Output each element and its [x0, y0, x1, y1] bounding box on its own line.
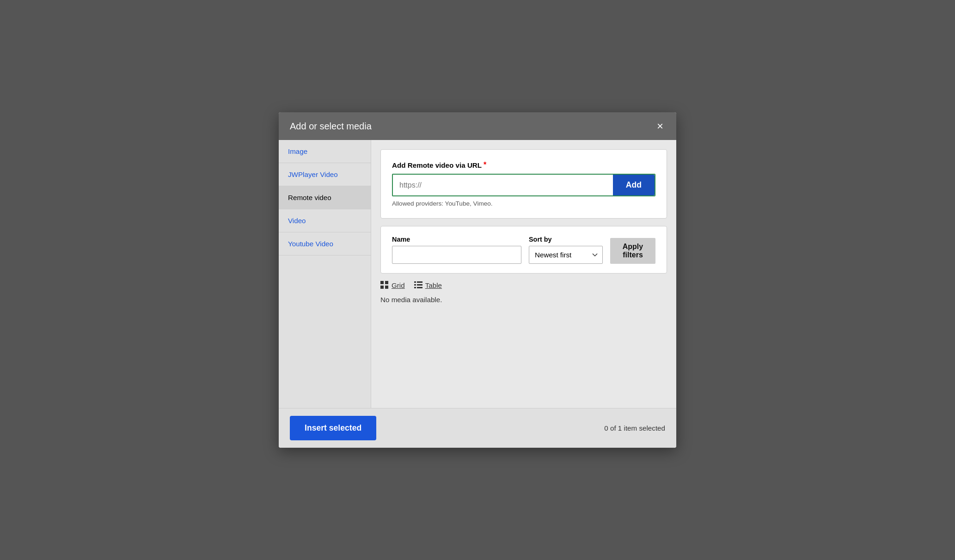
required-indicator: *: [484, 161, 486, 169]
insert-selected-button[interactable]: Insert selected: [290, 416, 376, 440]
svg-rect-7: [417, 284, 422, 286]
svg-rect-4: [414, 281, 416, 283]
selection-status: 0 of 1 item selected: [604, 424, 665, 432]
url-input-row: Add: [392, 174, 655, 196]
svg-rect-0: [380, 281, 384, 284]
allowed-providers-text: Allowed providers: YouTube, Vimeo.: [392, 200, 655, 207]
grid-view-button[interactable]: Grid: [380, 281, 405, 289]
svg-rect-1: [385, 281, 388, 284]
main-content: Add Remote video via URL * Add Allowed p…: [371, 140, 676, 408]
filter-card: Name Sort by Newest first Oldest first N…: [380, 226, 667, 274]
table-icon: [414, 281, 422, 289]
url-input[interactable]: [393, 175, 613, 195]
url-card: Add Remote video via URL * Add Allowed p…: [380, 149, 667, 219]
grid-icon: [380, 281, 389, 289]
svg-rect-5: [417, 281, 422, 283]
svg-rect-6: [414, 284, 416, 286]
modal-body: Image JWPlayer Video Remote video Video …: [279, 140, 676, 408]
svg-rect-3: [385, 286, 388, 289]
modal-footer: Insert selected 0 of 1 item selected: [279, 408, 676, 448]
modal-title: Add or select media: [290, 121, 372, 132]
svg-rect-9: [417, 287, 422, 288]
add-url-button[interactable]: Add: [613, 175, 655, 195]
apply-filters-button[interactable]: Apply filters: [610, 238, 655, 264]
sidebar-item-youtube-video[interactable]: Youtube Video: [279, 232, 371, 256]
sidebar-item-image[interactable]: Image: [279, 140, 371, 163]
name-filter-input[interactable]: [392, 246, 521, 264]
close-button[interactable]: ×: [655, 121, 665, 132]
grid-label: Grid: [392, 281, 405, 289]
no-media-message: No media available.: [380, 296, 667, 304]
sidebar: Image JWPlayer Video Remote video Video …: [279, 140, 371, 408]
filter-name-field: Name: [392, 236, 521, 264]
view-toggle: Grid Table: [380, 281, 667, 289]
modal: Add or select media × Image JWPlayer Vid…: [279, 112, 676, 448]
sort-field: Sort by Newest first Oldest first Name A…: [529, 236, 603, 264]
table-label: Table: [425, 281, 442, 289]
modal-header: Add or select media ×: [279, 112, 676, 140]
svg-rect-8: [414, 287, 416, 288]
name-filter-label: Name: [392, 236, 521, 243]
sort-label: Sort by: [529, 236, 603, 243]
url-field-label: Add Remote video via URL *: [392, 161, 655, 169]
sort-select[interactable]: Newest first Oldest first Name A-Z Name …: [529, 246, 603, 264]
sidebar-item-remote-video[interactable]: Remote video: [279, 186, 371, 209]
filter-row: Name Sort by Newest first Oldest first N…: [392, 236, 655, 264]
svg-rect-2: [380, 286, 384, 289]
sidebar-item-video[interactable]: Video: [279, 209, 371, 232]
sidebar-item-jwplayer-video[interactable]: JWPlayer Video: [279, 163, 371, 186]
table-view-button[interactable]: Table: [414, 281, 442, 289]
